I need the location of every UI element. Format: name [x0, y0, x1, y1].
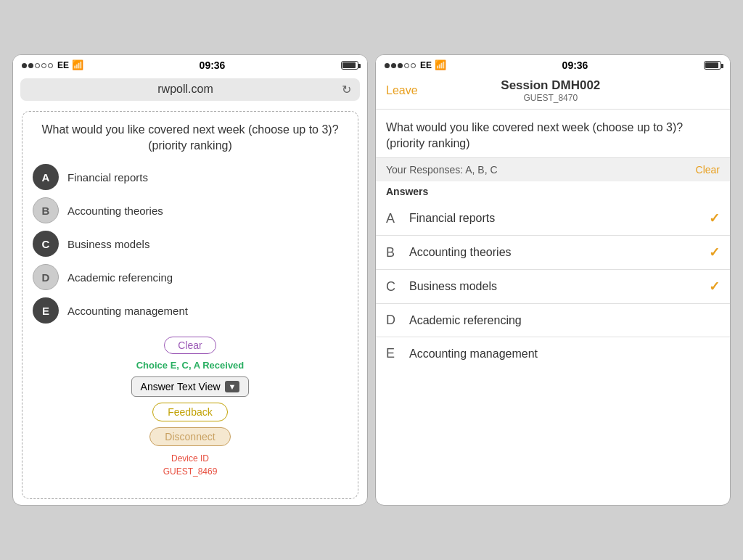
nav-bar: Leave Session DMH002 GUEST_8470: [376, 74, 730, 110]
bottom-controls: Clear Choice E, C, A Received Answer Tex…: [33, 331, 348, 491]
list-item[interactable]: C Business models: [33, 231, 348, 257]
feedback-button[interactable]: Feedback: [152, 403, 227, 421]
answer-row-left-b: B Accounting theories: [386, 245, 512, 260]
right-status-right: [704, 61, 721, 70]
answer-circle-c: C: [33, 231, 59, 257]
right-battery-icon: [704, 61, 721, 70]
check-icon-a: ✓: [709, 210, 720, 226]
answer-row-left-c: C Business models: [386, 279, 497, 295]
device-id: GUEST_8469: [163, 465, 218, 478]
list-item[interactable]: A Financial reports: [33, 164, 348, 190]
device-label: Device ID: [163, 452, 218, 465]
clear-button[interactable]: Clear: [164, 337, 215, 354]
answer-circle-e: E: [33, 297, 59, 324]
reload-icon[interactable]: ↻: [342, 83, 351, 96]
table-row[interactable]: C Business models ✓: [376, 270, 730, 304]
leave-button[interactable]: Leave: [386, 84, 418, 97]
answer-letter-a: A: [386, 211, 401, 226]
guest-id: GUEST_8470: [501, 93, 600, 103]
answer-label-d: Academic referencing: [409, 314, 522, 327]
wifi-icon: 📶: [72, 59, 83, 70]
right-wifi-icon: 📶: [435, 59, 446, 70]
answer-letter-d: D: [386, 313, 401, 328]
list-item[interactable]: D Academic referencing: [33, 264, 348, 290]
table-row[interactable]: E Accounting management: [376, 337, 730, 370]
table-row[interactable]: A Financial reports ✓: [376, 202, 730, 236]
device-info: Device ID GUEST_8469: [163, 452, 218, 482]
check-icon-c: ✓: [709, 279, 720, 295]
session-title-block: Session DMH002 GUEST_8470: [501, 78, 600, 103]
dropdown-arrow-icon: ▼: [225, 381, 240, 392]
session-name: Session DMH002: [501, 78, 600, 93]
answer-label-e: Accounting management: [409, 347, 538, 361]
right-signal-dots: [385, 60, 417, 70]
answer-view-dropdown[interactable]: Answer Text View ▼: [131, 376, 250, 397]
check-icon-b: ✓: [709, 244, 720, 260]
signal-dots: [22, 60, 54, 70]
answer-label-d: Academic referencing: [67, 271, 173, 284]
answer-letter-b: B: [386, 245, 401, 260]
answer-row-left-d: D Academic referencing: [386, 313, 522, 328]
answer-label-b: Accounting theories: [409, 246, 512, 259]
question-card: What would you like covered next week (c…: [22, 111, 358, 500]
answer-letter-e: E: [386, 346, 401, 361]
table-row[interactable]: D Academic referencing: [376, 304, 730, 337]
table-row[interactable]: B Accounting theories ✓: [376, 236, 730, 270]
list-item[interactable]: B Accounting theories: [33, 197, 348, 223]
answer-letter-c: C: [386, 279, 401, 295]
answer-list: A Financial reports B Accounting theorie…: [33, 164, 348, 324]
left-status-left: EE 📶: [22, 59, 83, 70]
left-status-bar: EE 📶 09:36: [13, 55, 367, 74]
carrier-label: EE: [57, 60, 69, 70]
right-phone: EE 📶 09:36 Leave Session DMH002 GUEST_84…: [375, 54, 731, 506]
right-status-left: EE 📶: [385, 59, 446, 70]
address-bar[interactable]: rwpoll.com ↻: [20, 78, 360, 101]
answer-label-c: Business models: [67, 238, 149, 250]
right-clear-button[interactable]: Clear: [696, 164, 720, 176]
responses-text: Your Responses: A, B, C: [386, 164, 498, 176]
answer-circle-d: D: [33, 264, 59, 290]
url-text: rwpoll.com: [29, 83, 342, 96]
right-status-bar: EE 📶 09:36: [376, 55, 730, 74]
disconnect-button[interactable]: Disconnect: [149, 427, 230, 446]
right-carrier-label: EE: [420, 60, 432, 70]
left-phone: EE 📶 09:36 rwpoll.com ↻ What would you l…: [12, 54, 368, 506]
answer-label-c: Business models: [409, 280, 497, 293]
answers-header: Answers: [376, 181, 730, 202]
question-text: What would you like covered next week (c…: [33, 122, 348, 155]
responses-bar: Your Responses: A, B, C Clear: [376, 158, 730, 181]
battery-icon: [341, 61, 358, 70]
answer-circle-a: A: [33, 164, 59, 190]
list-item[interactable]: E Accounting management: [33, 297, 348, 324]
answer-row-left-e: E Accounting management: [386, 346, 538, 361]
answer-row-left-a: A Financial reports: [386, 211, 495, 226]
right-time-display: 09:36: [562, 59, 588, 71]
answer-label-b: Accounting theories: [67, 205, 163, 217]
answer-label-a: Financial reports: [67, 171, 148, 184]
answer-circle-b: B: [33, 197, 59, 223]
answer-view-label: Answer Text View: [141, 381, 221, 392]
right-question: What would you like covered next week (c…: [376, 110, 730, 159]
answer-label-e: Accounting management: [67, 305, 188, 317]
answer-label-a: Financial reports: [409, 212, 495, 225]
status-received: Choice E, C, A Received: [136, 360, 245, 371]
left-status-right: [341, 61, 358, 70]
time-display: 09:36: [200, 59, 226, 71]
